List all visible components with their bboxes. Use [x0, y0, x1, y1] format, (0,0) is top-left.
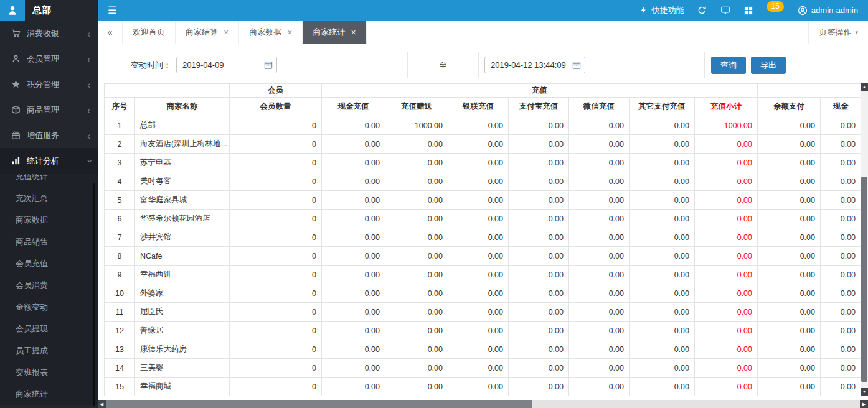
quick-actions[interactable]: 快捷功能 [639, 5, 684, 16]
value-cell: 0.00 [448, 266, 509, 284]
quick-actions-icon [639, 6, 648, 14]
query-button[interactable]: 查询 [711, 57, 746, 74]
table-row: 4美时每客00.000.000.000.000.000.000.000.000.… [105, 172, 861, 191]
value-cell: 0.00 [448, 210, 509, 228]
fullscreen-monitor-icon[interactable] [720, 6, 730, 15]
value-cell: 0.00 [385, 322, 448, 340]
tab-商家数据[interactable]: 商家数据× [239, 21, 303, 44]
value-cell: 0.00 [758, 378, 821, 396]
tabs-rewind-icon[interactable]: « [98, 21, 123, 44]
horizontal-scrollbar[interactable]: ◀ ▶ [98, 400, 868, 408]
topbar-right: 快捷功能 15 admin-admin [639, 5, 858, 16]
sidebar-subitem-充次汇总[interactable]: 充次汇总 [0, 187, 98, 209]
value-cell: 0.00 [322, 210, 385, 228]
value-cell: 0.00 [385, 154, 448, 172]
calendar-icon[interactable] [572, 60, 581, 70]
sidebar-item-增值服务[interactable]: 增值服务‹ [0, 123, 98, 148]
column-header-银联充值: 银联充值 [448, 98, 509, 116]
tab-欢迎首页[interactable]: 欢迎首页 [123, 21, 176, 44]
horizontal-scrollbar-thumb[interactable] [106, 400, 532, 408]
brand-logo-icon[interactable] [0, 0, 25, 21]
export-button[interactable]: 导出 [751, 57, 786, 74]
value-cell: 14 [105, 359, 135, 378]
sidebar-item-商品管理[interactable]: 商品管理‹ [0, 97, 98, 123]
value-cell: 0.00 [758, 228, 821, 247]
username-label: admin-admin [811, 6, 858, 15]
close-tab-icon[interactable]: × [287, 27, 292, 37]
value-cell: 7 [105, 228, 135, 247]
value-cell: 0.00 [509, 359, 569, 378]
value-cell: 0.00 [695, 284, 758, 303]
value-cell: 0.00 [821, 359, 861, 378]
tab-商家统计[interactable]: 商家统计× [303, 21, 366, 44]
value-cell: 0.00 [448, 228, 509, 247]
value-cell: 2 [105, 135, 135, 154]
value-cell: 0.00 [695, 359, 758, 378]
value-cell: 0.00 [448, 303, 509, 322]
sidebar-item-消费收银[interactable]: 消费收银‹ [0, 21, 98, 46]
value-cell: 0.00 [322, 116, 385, 135]
table-row: 6华盛希尔顿花园酒店00.000.000.000.000.000.000.000… [105, 210, 861, 228]
sidebar-item-会员管理[interactable]: 会员管理‹ [0, 46, 98, 72]
value-cell: 0.00 [630, 228, 695, 247]
date-from-field [176, 57, 277, 73]
apps-grid-icon[interactable] [744, 6, 753, 15]
date-from-input[interactable] [176, 57, 277, 73]
date-to-input[interactable] [484, 57, 585, 73]
value-cell: 0.00 [448, 154, 509, 172]
user-menu[interactable]: admin-admin [798, 6, 858, 16]
sidebar-subitem-金额变动[interactable]: 金额变动 [0, 296, 98, 318]
chevron-left-icon: ‹ [87, 53, 90, 65]
value-cell: 0.00 [569, 359, 630, 378]
value-cell: 0.00 [821, 378, 861, 396]
column-group-header: 充值 [322, 84, 758, 98]
value-cell: 0.00 [695, 228, 758, 247]
scroll-up-arrow-icon[interactable]: ▲ [861, 83, 868, 91]
tab-商家结算[interactable]: 商家结算× [176, 21, 239, 44]
merchant-name-cell: 善缘居 [135, 322, 230, 340]
sidebar-scrollbar-thumb[interactable] [93, 183, 95, 406]
value-cell: 0.00 [448, 135, 509, 154]
value-cell: 0.00 [695, 154, 758, 172]
notification-badge[interactable]: 15 [767, 1, 783, 12]
value-cell: 0.00 [385, 228, 448, 247]
sidebar-subitem-商品销售[interactable]: 商品销售 [0, 231, 98, 253]
vertical-scrollbar-thumb[interactable] [861, 177, 867, 382]
value-cell: 0 [230, 322, 322, 340]
value-cell: 0 [230, 359, 322, 378]
sidebar-item-label: 统计分析 [27, 155, 59, 167]
sidebar-subitem-商家数据[interactable]: 商家数据 [0, 209, 98, 231]
value-cell: 0.00 [695, 340, 758, 359]
value-cell: 0.00 [509, 378, 569, 396]
sidebar-item-统计分析[interactable]: 统计分析‹ [0, 148, 98, 174]
value-cell: 0 [230, 340, 322, 359]
sidebar-subitem-员工提成[interactable]: 员工提成 [0, 340, 98, 361]
value-cell: 0.00 [630, 340, 695, 359]
menu-toggle-icon[interactable]: ☰ [108, 4, 116, 16]
sidebar-subitem-会员提现[interactable]: 会员提现 [0, 318, 98, 340]
value-cell: 0.00 [695, 303, 758, 322]
value-cell: 0 [230, 210, 322, 228]
calendar-icon[interactable] [264, 60, 273, 70]
goods-icon [11, 105, 21, 114]
value-cell: 0.00 [758, 247, 821, 266]
value-cell: 0.00 [758, 359, 821, 378]
value-cell: 0.00 [821, 303, 861, 322]
sidebar-item-积分管理[interactable]: 积分管理‹ [0, 72, 98, 97]
value-cell: 0.00 [509, 247, 569, 266]
vertical-scrollbar[interactable]: ▲ ▼ [861, 83, 868, 396]
tab-operations-dropdown[interactable]: 页签操作 ▾ [808, 21, 868, 44]
scroll-right-arrow-icon[interactable]: ▶ [860, 400, 868, 408]
refresh-icon[interactable] [697, 6, 707, 15]
value-cell: 0.00 [448, 116, 509, 135]
sidebar-subitem-商家统计[interactable]: 商家统计 [0, 383, 98, 405]
scroll-left-arrow-icon[interactable]: ◀ [98, 400, 106, 408]
close-tab-icon[interactable]: × [351, 27, 356, 37]
sidebar-subitem-会员消费[interactable]: 会员消费 [0, 274, 98, 296]
sidebar-subitem-会员充值[interactable]: 会员充值 [0, 253, 98, 274]
sidebar-subitem-交班报表[interactable]: 交班报表 [0, 361, 98, 383]
close-tab-icon[interactable]: × [224, 27, 229, 37]
value-cell: 0.00 [385, 359, 448, 378]
column-header-微信充值: 微信充值 [569, 98, 630, 116]
scroll-down-arrow-icon[interactable]: ▼ [861, 388, 868, 396]
